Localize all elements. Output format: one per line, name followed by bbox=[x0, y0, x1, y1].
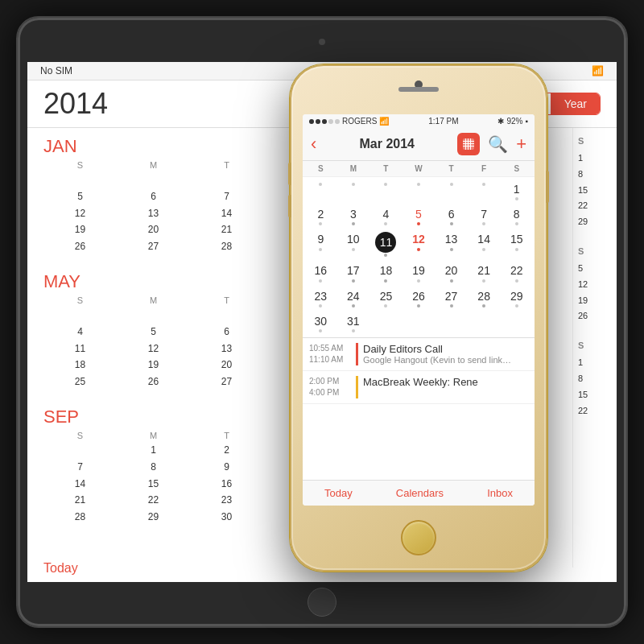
iphone-speaker bbox=[398, 87, 439, 92]
iphone-event-1-bar bbox=[356, 343, 358, 365]
iphone-time: 1:17 PM bbox=[428, 117, 458, 126]
iphone-event-2-time: 2:00 PM 4:00 PM bbox=[309, 376, 356, 398]
iphone-power-button[interactable] bbox=[546, 171, 549, 203]
cal-header-t1: T bbox=[190, 160, 263, 170]
cal-header-m1: M bbox=[117, 160, 190, 170]
iphone-volume-up-button[interactable] bbox=[288, 163, 291, 185]
ipad-wifi: 📶 bbox=[592, 65, 604, 76]
svg-rect-6 bbox=[470, 138, 471, 150]
iphone-bluetooth-icon: ✱ bbox=[497, 117, 504, 126]
iphone-cal-day-headers: S M T W T F S bbox=[303, 161, 535, 177]
iphone-device: ROGERS 📶 1:17 PM ✱ 92% ▪ ‹ Mar 2014 bbox=[290, 64, 547, 572]
iphone-cal-week-3: 9 10 11 12 13 14 15 bbox=[304, 229, 533, 260]
iphone-screen: ROGERS 📶 1:17 PM ✱ 92% ▪ ‹ Mar 2014 bbox=[303, 114, 535, 506]
iphone-event-1-title: Daily Editors Call bbox=[363, 343, 511, 355]
cal-header-s1: S bbox=[43, 160, 117, 170]
iphone-wifi-icon: 📶 bbox=[379, 117, 389, 126]
iphone-cal-week-6: 30 31 bbox=[304, 311, 533, 336]
iphone-back-button[interactable]: ‹ bbox=[311, 134, 316, 155]
ipad-home-button[interactable] bbox=[308, 588, 336, 617]
svg-rect-4 bbox=[465, 138, 466, 150]
iphone-event-2-title: MacBreak Weekly: Rene bbox=[363, 376, 478, 388]
ipad-today-button[interactable]: Today bbox=[43, 561, 78, 576]
iphone-home-button[interactable] bbox=[401, 520, 436, 555]
iphone-cal-week-4: 16 17 18 19 20 21 22 bbox=[304, 260, 533, 285]
iphone-event-1-content: Daily Editors Call Google Hangout (Kevin… bbox=[363, 343, 511, 365]
ipad-side-column: S 18152229 S 5121926 S 181522 bbox=[572, 128, 617, 568]
iphone-event-1[interactable]: 10:55 AM 11:10 AM Daily Editors Call Goo… bbox=[303, 338, 535, 371]
iphone-tab-calendars[interactable]: Calendars bbox=[396, 487, 444, 499]
iphone-add-button[interactable]: + bbox=[516, 134, 526, 155]
iphone-cal-day-1[interactable]: 1 bbox=[500, 179, 533, 204]
iphone-event-1-sub: Google Hangout (Kevin to send link… bbox=[363, 355, 511, 365]
iphone-signal bbox=[309, 119, 340, 124]
iphone-volume-down-button[interactable] bbox=[288, 195, 291, 217]
iphone-cal-today[interactable]: 11 bbox=[369, 229, 402, 260]
iphone-tab-inbox[interactable]: Inbox bbox=[487, 487, 513, 499]
iphone-search-button[interactable]: 🔍 bbox=[488, 134, 508, 154]
ipad-year-title: 2014 bbox=[43, 87, 108, 121]
iphone-status-bar: ROGERS 📶 1:17 PM ✱ 92% ▪ bbox=[303, 114, 535, 128]
iphone-cal-week-5: 23 24 25 26 27 28 29 bbox=[304, 286, 533, 311]
iphone-nav-title: Mar 2014 bbox=[359, 137, 415, 151]
iphone-calendar-view-toggle[interactable] bbox=[457, 133, 480, 155]
iphone-event-2-content: MacBreak Weekly: Rene bbox=[363, 376, 478, 398]
iphone-cal-week-1: 1 bbox=[304, 179, 533, 204]
iphone-cal-week-2: 2 3 4 5 6 7 8 bbox=[304, 204, 533, 229]
iphone-cal-selected[interactable]: 12 bbox=[402, 229, 436, 260]
ipad-carrier: No SIM bbox=[40, 65, 72, 76]
iphone-battery: 92% bbox=[506, 117, 522, 126]
iphone-event-1-time: 10:55 AM 11:10 AM bbox=[309, 343, 356, 365]
iphone-carrier: ROGERS bbox=[342, 117, 377, 126]
iphone-nav-bar: ‹ Mar 2014 🔍 + bbox=[303, 128, 535, 161]
iphone-event-2-bar bbox=[356, 376, 358, 398]
iphone-events-list: 10:55 AM 11:10 AM Daily Editors Call Goo… bbox=[303, 337, 535, 404]
svg-rect-5 bbox=[468, 138, 469, 150]
iphone-tab-today[interactable]: Today bbox=[324, 487, 353, 499]
iphone-battery-icon: ▪ bbox=[525, 117, 528, 126]
ipad-camera bbox=[319, 39, 325, 45]
iphone-event-2[interactable]: 2:00 PM 4:00 PM MacBreak Weekly: Rene bbox=[303, 371, 535, 404]
ipad-tab-year[interactable]: Year bbox=[551, 93, 600, 114]
iphone-cal-grid: 1 2 3 4 5 6 7 8 9 10 11 12 13 14 15 bbox=[303, 177, 535, 337]
iphone-tab-bar: Today Calendars Inbox bbox=[303, 480, 535, 506]
